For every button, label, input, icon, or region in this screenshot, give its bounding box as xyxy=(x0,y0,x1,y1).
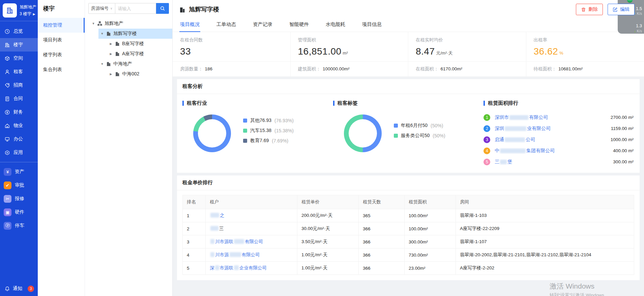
tenant-link[interactable]: 启通公司 xyxy=(495,137,606,143)
sidebar-item-overview[interactable]: 总览 xyxy=(0,25,38,38)
submenu-item[interactable]: 楼宇列表 xyxy=(38,47,85,62)
windows-activation-watermark: 激活 Windows 转到“设置”以激活 Windows。 xyxy=(550,282,609,296)
tree-node[interactable]: ▶ 中海002 xyxy=(85,69,172,79)
search-icon xyxy=(160,6,165,11)
stat-sub-cell: 建筑面积：100000.00m² xyxy=(291,62,409,76)
lease-area-rank-panel: 租赁面积排行 1 深圳市有限公司 2700.00 m² 2 深圳业有限公司 11… xyxy=(484,96,634,167)
sidebar-item-label: 物业 xyxy=(13,123,23,129)
expand-arrow-icon[interactable]: ▶ xyxy=(33,12,35,16)
tenant-link[interactable]: 川市源有限公司 xyxy=(210,252,260,257)
sidebar-item-invest[interactable]: 招商 xyxy=(0,78,38,92)
tree-node[interactable]: ▶ B座写字楼 xyxy=(85,39,172,49)
stats-primary: 在租合同数 33 管理面积 16,851.00m² 在租实时均价 8.47元/m… xyxy=(173,32,644,61)
org-icon xyxy=(97,21,102,26)
cell-days: 366 xyxy=(359,249,405,262)
parking-icon: Ⓟ xyxy=(4,222,11,230)
yen-circle-icon xyxy=(4,109,10,115)
sidebar-item-label: 报修 xyxy=(15,196,24,202)
legend-label: 年租6月付50 xyxy=(401,123,428,129)
cell-rank: 3 xyxy=(183,235,206,249)
sidebar-item-asset[interactable]: ¥ 资产 xyxy=(0,165,38,178)
sidebar-item-office[interactable]: 办公 xyxy=(0,132,38,146)
sidebar-item-finance[interactable]: 财务 xyxy=(0,105,38,119)
tab-项目信息[interactable]: 项目信息 xyxy=(361,19,382,32)
tab-资产记录[interactable]: 资产记录 xyxy=(252,19,273,32)
search-field-select[interactable]: 房源编号 ∨ xyxy=(88,3,115,14)
table-row: 2 三 30.00元/m²·天 366 100.00m² A座写字楼-22-22… xyxy=(183,222,634,235)
search-button[interactable] xyxy=(156,3,169,14)
submenu-item[interactable]: 租控管理 xyxy=(38,18,85,33)
delete-button[interactable]: 删除 xyxy=(576,4,603,15)
tab-工单动态[interactable]: 工单动态 xyxy=(216,19,237,32)
cell-rooms: 翡翠湖-1-103 xyxy=(456,209,634,222)
tab-项目概况[interactable]: 项目概况 xyxy=(179,19,200,32)
tag-icon xyxy=(4,83,10,88)
legend-percent: (50%) xyxy=(433,133,445,138)
sidebar-item-space[interactable]: 空间 xyxy=(0,52,38,65)
cell-area: 100.00m² xyxy=(405,209,456,222)
tenant-link[interactable]: 深圳业有限公司 xyxy=(495,126,606,132)
sidebar-item-hardware[interactable]: ▣ 硬件 xyxy=(0,205,38,219)
tenant-link[interactable]: 深圳市有限公司 xyxy=(495,114,606,121)
repair-icon: ✂ xyxy=(4,195,11,203)
tenant-link[interactable]: 川市源联有限公司 xyxy=(210,239,263,244)
document-icon xyxy=(4,96,10,102)
sidebar-item-parking[interactable]: Ⓟ 停车 xyxy=(0,219,38,232)
legend-item[interactable]: 教育7.69 (7.69%) xyxy=(243,138,294,144)
section-accent-bar xyxy=(484,101,485,106)
stat-value: 8.47 xyxy=(416,46,435,57)
org-info: 旭辉地产 3 楼宇▶ xyxy=(20,4,36,17)
cell-area: 23.00m² xyxy=(405,262,456,275)
sidebar-item-approve[interactable]: ✔ 审批 xyxy=(0,178,38,192)
search-input[interactable] xyxy=(115,3,156,14)
sidebar: 旭辉地产 3 楼宇▶ 总览 楼宇 空间 租客 招商 合同 财务 物业 办公 应用… xyxy=(0,0,38,296)
caret-right-icon[interactable]: ▶ xyxy=(109,52,113,56)
legend-item[interactable]: 年租6月付50 (50%) xyxy=(394,123,445,129)
donut-chart xyxy=(193,114,231,152)
sidebar-item-building[interactable]: 楼宇 xyxy=(0,38,38,52)
caret-right-icon[interactable]: ▶ xyxy=(109,72,113,76)
org-switcher[interactable]: 旭辉地产 3 楼宇▶ xyxy=(0,0,38,21)
tree-node-label: 中海002 xyxy=(122,71,139,77)
caret-down-icon[interactable]: ▼ xyxy=(100,62,104,66)
submenu-item[interactable]: 项目列表 xyxy=(38,33,85,47)
tree-node[interactable]: ▼ 旭辉写字楼 xyxy=(85,29,172,39)
tree-node[interactable]: ▼ 中海地产 xyxy=(85,59,172,69)
tenant-link[interactable]: 中集团有限公司 xyxy=(495,148,609,154)
caret-right-icon[interactable]: ▶ xyxy=(109,42,113,45)
legend-item[interactable]: 汽车15.38 (15.38%) xyxy=(243,128,294,134)
caret-down-icon[interactable]: ▼ xyxy=(92,22,95,25)
tab-智能硬件[interactable]: 智能硬件 xyxy=(289,19,310,32)
lease-area-value: 2700.00 m² xyxy=(611,115,634,120)
tree-node[interactable]: ▼ 旭辉地产 xyxy=(85,19,172,29)
caret-down-icon[interactable]: ▼ xyxy=(100,32,104,35)
trash-icon xyxy=(581,7,586,12)
submenu-item[interactable]: 集合列表 xyxy=(38,62,85,77)
legend-item[interactable]: 服务类公司50 (50%) xyxy=(394,133,445,139)
approve-icon: ✔ xyxy=(4,182,11,189)
net-up-unit: K/s xyxy=(637,11,642,15)
tenant-link[interactable]: 之 xyxy=(210,213,225,218)
edit-button[interactable]: 编辑 xyxy=(608,4,635,15)
legend-item[interactable]: 其他76.93 (76.93%) xyxy=(243,118,294,124)
section-accent-bar xyxy=(182,101,184,106)
table-header-cell: 租赁单价 xyxy=(297,195,359,209)
sidebar-item-repair[interactable]: ✂ 报修 xyxy=(0,192,38,205)
sidebar-item-label: 硬件 xyxy=(15,209,24,215)
tenant-link[interactable]: 深市源联企业有限公司 xyxy=(210,265,267,270)
building-icon xyxy=(106,62,111,66)
tenant-industry-panel: 租客行业 其他76.93 (76.93%) 汽车15.38 (15.38%) 教… xyxy=(182,96,333,167)
sidebar-item-label: 租客 xyxy=(13,69,23,75)
sidebar-item-contract[interactable]: 合同 xyxy=(0,92,38,105)
rank-item: 1 深圳市有限公司 2700.00 m² xyxy=(484,112,634,123)
sidebar-tiles: ¥ 资产 ✔ 审批 ✂ 报修 ▣ 硬件 Ⓟ 停车 xyxy=(0,162,38,232)
sidebar-item-apps[interactable]: 应用 xyxy=(0,146,38,159)
tree-node[interactable]: ▶ A座写字楼 xyxy=(85,49,172,59)
building-icon xyxy=(106,31,111,36)
tenant-link[interactable]: 三堡 xyxy=(495,159,609,165)
sidebar-item-property[interactable]: 物业 xyxy=(0,119,38,132)
tab-水电能耗[interactable]: 水电能耗 xyxy=(325,19,346,32)
sidebar-item-notice[interactable]: 通知 3 xyxy=(0,281,38,296)
sidebar-item-tenant[interactable]: 租客 xyxy=(0,65,38,78)
cell-area: 300.00m² xyxy=(405,235,456,249)
